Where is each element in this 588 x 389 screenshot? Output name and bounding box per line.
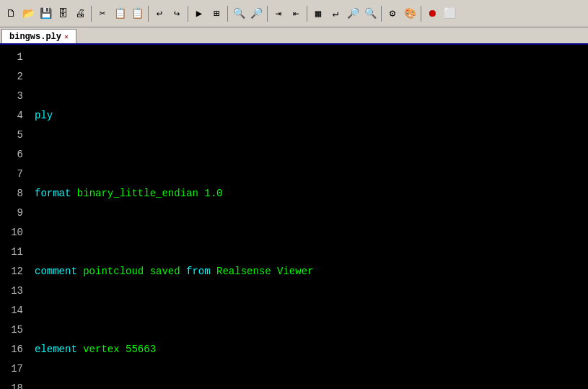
line-num-14: 14: [3, 301, 23, 320]
line-num-17: 17: [3, 359, 23, 379]
sep3: [188, 6, 188, 22]
line-numbers: 1 2 3 4 5 6 7 8 9 10 11 12 13 14 15 16 1…: [0, 45, 29, 389]
tab-label: bingws.ply: [9, 32, 61, 42]
line-num-5: 5: [3, 126, 23, 145]
code-content[interactable]: ply format binary_little_endian 1.0 comm…: [29, 45, 588, 389]
sep8: [421, 6, 421, 22]
columns-button[interactable]: ▦: [310, 6, 326, 22]
run-button[interactable]: ▶: [191, 6, 207, 22]
sep6: [307, 6, 307, 22]
tab-close-button[interactable]: ✕: [64, 32, 69, 41]
line-num-2: 2: [3, 67, 23, 87]
code-line-2: format binary_little_endian 1.0: [35, 184, 585, 204]
line-num-6: 6: [3, 145, 23, 165]
settings-button[interactable]: ⚙: [385, 6, 400, 22]
copy-button[interactable]: 📋: [112, 6, 128, 22]
save-all-button[interactable]: 🗄: [55, 6, 71, 22]
sep7: [381, 6, 382, 22]
line-num-1: 1: [3, 48, 23, 67]
unindent-button[interactable]: ⇤: [288, 6, 304, 22]
line-num-13: 13: [3, 281, 23, 301]
theme-button[interactable]: 🎨: [402, 6, 418, 22]
extra-button[interactable]: ⬜: [442, 6, 457, 22]
paste-button[interactable]: 📋: [129, 6, 145, 22]
zoom-out-button[interactable]: 🔍: [362, 6, 378, 22]
find-button[interactable]: 🔍: [231, 6, 247, 22]
line-num-9: 9: [3, 204, 23, 223]
indent-button[interactable]: ⇥: [271, 6, 286, 22]
toolbar: 🗋 📂 💾 🗄 🖨 ✂ 📋 📋 ↩ ↪ ▶ ⊞ 🔍 🔎 ⇥ ⇤ ▦ ↵ 🔎 🔍 …: [0, 0, 588, 27]
zoom-in-button[interactable]: 🔎: [345, 6, 361, 22]
replace-button[interactable]: 🔎: [248, 6, 264, 22]
line-num-4: 4: [3, 106, 23, 126]
open-button[interactable]: 📂: [20, 6, 36, 22]
line-num-11: 11: [3, 242, 23, 262]
line-num-15: 15: [3, 320, 23, 340]
new-button[interactable]: 🗋: [3, 6, 19, 22]
line-num-7: 7: [3, 165, 23, 184]
line-num-8: 8: [3, 184, 23, 204]
redo-button[interactable]: ↪: [169, 6, 185, 22]
cut-button[interactable]: ✂: [95, 6, 110, 22]
sep1: [91, 6, 92, 22]
print-button[interactable]: 🖨: [72, 6, 88, 22]
line-num-18: 18: [3, 379, 23, 389]
editor: 1 2 3 4 5 6 7 8 9 10 11 12 13 14 15 16 1…: [0, 45, 588, 389]
code-line-4: element vertex 55663: [35, 340, 585, 359]
sep2: [148, 6, 149, 22]
sep5: [267, 6, 268, 22]
code-line-3: comment pointcloud saved from Realsense …: [35, 262, 585, 281]
tabbar: bingws.ply ✕: [0, 27, 588, 45]
line-num-3: 3: [3, 87, 23, 106]
undo-button[interactable]: ↩: [152, 6, 167, 22]
line-num-12: 12: [3, 262, 23, 281]
line-num-16: 16: [3, 340, 23, 359]
save-button[interactable]: 💾: [38, 6, 53, 22]
record-button[interactable]: ⏺: [424, 6, 440, 22]
code-line-1: ply: [35, 106, 585, 126]
macro-button[interactable]: ⊞: [209, 6, 224, 22]
sep4: [227, 6, 228, 22]
wrap-button[interactable]: ↵: [328, 6, 343, 22]
tab-bingws-ply[interactable]: bingws.ply ✕: [1, 29, 76, 43]
line-num-10: 10: [3, 223, 23, 242]
